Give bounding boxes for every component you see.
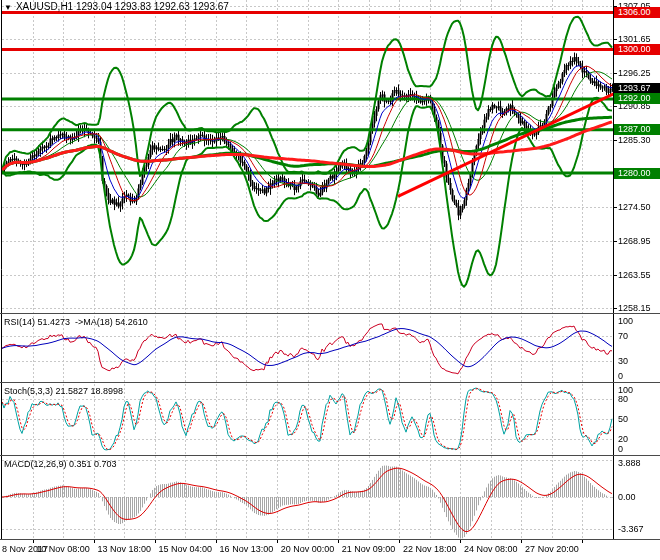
time-axis-label: 22 Nov 18:00 (403, 544, 457, 554)
rsi-header: RSI(14) 51.4273 ->MA(18) 54.2610 (4, 317, 148, 327)
rsi-level-label: 0 (618, 371, 623, 381)
stoch-level-label: 0 (618, 444, 623, 454)
symbol-label: ▼XAUUSD,H1 1293.04 1293.83 1292.63 1293.… (4, 1, 229, 12)
time-axis-label: 13 Nov 18:00 (97, 544, 151, 554)
price-axis-label: 1274.50 (618, 202, 651, 212)
price-axis-label: 1301.65 (618, 34, 651, 44)
price-axis-label: 1263.55 (618, 270, 651, 280)
stoch-level-label: 80 (618, 394, 628, 404)
rsi-level-label: 30 (618, 356, 628, 366)
macd-level-label: 3.888 (618, 458, 641, 468)
stoch-level-label: 50 (618, 414, 628, 424)
rsi-level-label: 100 (618, 316, 633, 326)
time-axis-label: 10 Nov 08:00 (36, 544, 90, 554)
macd-level-label: -3.367 (618, 524, 644, 534)
symbol-ohlc-text: XAUUSD,H1 1293.04 1293.83 1292.63 1293.6… (16, 1, 229, 12)
price-axis-label: 1296.25 (618, 68, 651, 78)
time-axis-label: 16 Nov 13:00 (220, 544, 274, 554)
time-axis-label: 20 Nov 00:00 (281, 544, 335, 554)
dropdown-arrow-icon[interactable]: ▼ (4, 3, 12, 12)
stoch-header: Stoch(5,3,3) 21.5827 18.8998 (4, 386, 123, 396)
price-badge: 1292.00 (614, 93, 660, 104)
time-axis-label: 21 Nov 09:00 (342, 544, 396, 554)
price-badge: 1280.00 (614, 168, 660, 179)
time-axis-label: 15 Nov 04:00 (159, 544, 213, 554)
macd-level-label: 0.00 (618, 492, 636, 502)
macd-header: MACD(12,26,9) 0.351 0.703 (4, 459, 117, 469)
time-axis-label: 27 Nov 20:00 (525, 544, 579, 554)
price-badge: 1300.00 (614, 44, 660, 55)
chart-canvas[interactable] (0, 0, 660, 560)
price-axis-label: 1268.95 (618, 236, 651, 246)
price-axis-label: 1285.30 (618, 135, 651, 145)
time-axis-label: 24 Nov 08:00 (464, 544, 518, 554)
price-badge: 1306.00 (614, 7, 660, 18)
price-axis-label: 1258.15 (618, 303, 651, 313)
rsi-level-label: 70 (618, 331, 628, 341)
trading-chart-window: ▼XAUUSD,H1 1293.04 1293.83 1292.63 1293.… (0, 0, 660, 560)
price-badge: 1287.00 (614, 124, 660, 135)
stoch-level-label: 20 (618, 434, 628, 444)
